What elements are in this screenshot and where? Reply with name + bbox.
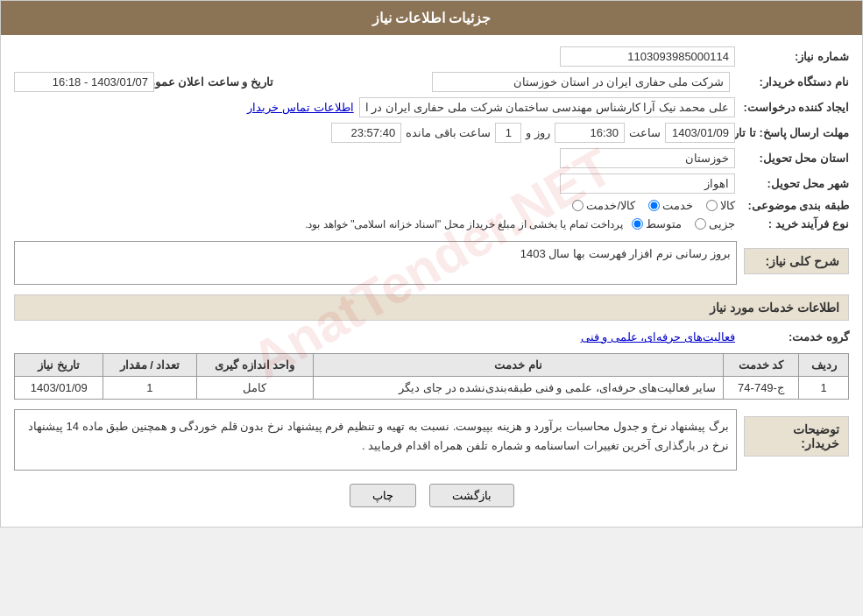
table-row: 1 ج-749-74 سایر فعالیت‌های حرفه‌ای، علمی… (15, 377, 849, 400)
purchase-motavaset-radio[interactable] (632, 218, 643, 230)
service-group-value[interactable]: فعالیت‌های حرفه‌ای، علمی و فنی (581, 330, 735, 343)
buyer-notes-label: توضیحات خریدار: (744, 416, 849, 457)
cell-need-date: 1403/01/09 (15, 377, 103, 400)
deadline-time-label-static: ساعت (629, 126, 661, 139)
cell-service-code: ج-749-74 (723, 377, 798, 400)
deadline-days-label-text: روز و (526, 126, 550, 139)
purchase-jozi: جزیی (695, 217, 735, 230)
th-quantity: تعداد / مقدار (103, 354, 196, 377)
category-kala-radio[interactable] (706, 200, 718, 211)
category-label: طبقه بندی موضوعی: (735, 199, 849, 212)
city-label: شهر محل تحویل: (735, 177, 849, 190)
purchase-motavaset: متوسط (632, 217, 682, 230)
th-need-date: تاریخ نیاز (15, 354, 103, 377)
buyer-notes-value: برگ پیشنهاد نرخ و جدول محاسبات برآورد و … (14, 409, 737, 471)
deadline-remaining-label: ساعت باقی مانده (406, 126, 491, 139)
page-wrapper: AnatTender.NET جزئیات اطلاعات نیاز شماره… (0, 0, 863, 527)
deadline-label: مهلت ارسال پاسخ: تا تاریخ: (735, 126, 849, 139)
purchase-jozi-radio[interactable] (695, 218, 706, 230)
th-service-name: نام خدمت (314, 354, 724, 377)
purchase-motavaset-label: متوسط (646, 217, 682, 230)
province-value: خوزستان (560, 148, 735, 168)
page-header: جزئیات اطلاعات نیاز (1, 1, 862, 35)
deadline-remaining: 23:57:40 (331, 123, 401, 143)
need-desc-row: شرح کلی نیاز: بروز رسانی نرم افزار فهرست… (14, 238, 849, 287)
purchase-type-note: پرداخت تمام یا بخشی از مبلغ خریداز محل "… (305, 218, 623, 230)
cell-service-name: سایر فعالیت‌های حرفه‌ای، علمی و فنی طبقه… (314, 377, 724, 400)
need-desc-label: شرح کلی نیاز: (744, 248, 849, 274)
buyer-org-value: شرکت ملی حفاری ایران در استان خوزستان (432, 72, 730, 92)
print-button[interactable]: چاپ (350, 484, 416, 507)
category-kala-khedmat-label: کالا/خدمت (586, 199, 635, 212)
th-row: ردیف (799, 354, 849, 377)
category-khedmat-label: خدمت (662, 199, 693, 212)
purchase-type-radio-group: جزیی متوسط (632, 217, 735, 230)
deadline-time: 16:30 (555, 123, 625, 143)
category-khedmat-radio[interactable] (648, 200, 660, 211)
province-row: استان محل تحویل: خوزستان (14, 145, 849, 171)
category-kala-khedmat-radio[interactable] (572, 200, 584, 211)
announce-datetime-value: 1403/01/07 - 16:18 (14, 72, 154, 92)
category-kala-label: کالا (720, 199, 735, 212)
service-table: ردیف کد خدمت نام خدمت واحد اندازه گیری ت… (14, 353, 849, 400)
category-kala-khedmat: کالا/خدمت (572, 199, 635, 212)
buyer-notes-row: توضیحات خریدار: برگ پیشنهاد نرخ و جدول م… (14, 407, 849, 473)
category-kala: کالا (706, 199, 735, 212)
contact-link[interactable]: اطلاعات تماس خریدار (247, 101, 353, 114)
deadline-days: 1 (495, 123, 521, 143)
page-title: جزئیات اطلاعات نیاز (372, 11, 492, 25)
services-section-header: اطلاعات خدمات مورد نیاز (14, 294, 849, 321)
th-unit: واحد اندازه گیری (196, 354, 314, 377)
city-value: اهواز (560, 173, 735, 194)
category-khedmat: خدمت (648, 199, 693, 212)
province-label: استان محل تحویل: (735, 152, 849, 165)
cell-unit: کامل (196, 377, 314, 400)
purchase-type-row: نوع فرآیند خرید : جزیی متوسط پرداخت تمام… (14, 215, 849, 233)
need-desc-value: بروز رسانی نرم افزار فهرست بها سال 1403 (14, 241, 737, 285)
service-table-header-row: ردیف کد خدمت نام خدمت واحد اندازه گیری ت… (15, 354, 849, 377)
deadline-date: 1403/01/09 (665, 123, 735, 143)
city-row: شهر محل تحویل: اهواز (14, 171, 849, 196)
category-row: طبقه بندی موضوعی: کالا خدمت کالا/خدمت (14, 196, 849, 215)
need-number-value: 1103093985000114 (560, 46, 735, 67)
cell-row: 1 (799, 377, 849, 400)
creator-row: ایجاد کننده درخواست: علی محمد نیک آرا کا… (14, 95, 849, 120)
creator-value: علی محمد نیک آرا کارشناس مهندسی ساختمان … (359, 97, 735, 117)
category-radio-group: کالا خدمت کالا/خدمت (572, 199, 735, 212)
creator-label: ایجاد کننده درخواست: (735, 101, 849, 114)
announce-datetime-label: تاریخ و ساعت اعلان عمومی: (159, 75, 273, 89)
back-button[interactable]: بازگشت (429, 484, 514, 507)
purchase-type-label: نوع فرآیند خرید : (735, 217, 849, 230)
th-service-code: کد خدمت (723, 354, 798, 377)
need-number-row: شماره نیاز: 1103093985000114 (14, 44, 849, 69)
service-group-label: گروه خدمت: (735, 330, 849, 343)
button-row: بازگشت چاپ (14, 473, 849, 518)
service-group-row: گروه خدمت: فعالیت‌های حرفه‌ای، علمی و فن… (14, 328, 849, 346)
deadline-row: مهلت ارسال پاسخ: تا تاریخ: 1403/01/09 سا… (14, 120, 849, 145)
need-number-label: شماره نیاز: (735, 50, 849, 63)
buyer-announce-row: نام دستگاه خریدار: شرکت ملی حفاری ایران … (14, 69, 849, 95)
buyer-org-label: نام دستگاه خریدار: (735, 75, 849, 89)
content-area: شماره نیاز: 1103093985000114 نام دستگاه … (1, 35, 862, 527)
purchase-jozi-label: جزیی (709, 217, 735, 230)
cell-quantity: 1 (103, 377, 196, 400)
